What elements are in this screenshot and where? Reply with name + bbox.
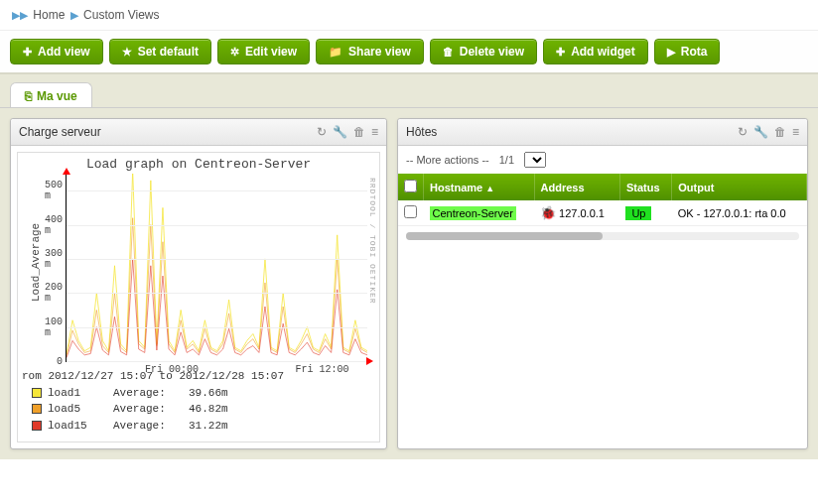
play-icon: ▶ <box>667 46 675 59</box>
host-actions: -- More actions -- 1/1 <box>398 146 807 174</box>
chevron-icon: ▶▶ <box>12 9 28 21</box>
widget-title: Charge serveur <box>19 125 101 139</box>
col-hostname[interactable]: Hostname▲ <box>424 174 535 200</box>
status-badge: Up <box>625 206 651 220</box>
trash-icon[interactable]: 🗑 <box>774 125 786 139</box>
pin-icon: ⎘ <box>25 89 32 103</box>
refresh-icon[interactable]: ↻ <box>738 125 748 139</box>
tab-label: Ma vue <box>37 89 77 103</box>
widget-hosts: Hôtes ↻ 🔧 🗑 ≡ -- More actions -- 1/1 Hos… <box>397 118 808 449</box>
legend-name: load5 <box>48 401 107 418</box>
breadcrumb-home[interactable]: Home <box>33 8 65 22</box>
legend-row: load5Average:46.82m <box>22 401 375 418</box>
legend-swatch <box>32 421 42 431</box>
edit-view-button[interactable]: ✲Edit view <box>217 39 310 64</box>
load-chart: Load graph on Centreon-Server Load_Avera… <box>17 152 380 442</box>
gear-icon: ✲ <box>230 46 239 59</box>
share-view-button[interactable]: 📁Share view <box>316 39 424 64</box>
wrench-icon[interactable]: 🔧 <box>333 125 347 139</box>
star-icon: ★ <box>122 46 132 59</box>
plus-icon: ✚ <box>556 46 565 59</box>
legend-swatch <box>32 388 42 398</box>
legend-avg-value: 46.82m <box>189 401 228 418</box>
chart-credit: RRDTOOL / TOBI OETIKER <box>368 178 377 305</box>
btn-label: Rota <box>681 45 708 59</box>
bug-icon[interactable]: 🐞 <box>540 205 556 220</box>
col-output[interactable]: Output <box>672 174 807 200</box>
chart-ylabel: Load_Average <box>30 223 42 302</box>
widget-charge-serveur: Charge serveur ↻ 🔧 🗑 ≡ Load graph on Cen… <box>10 118 387 449</box>
legend-name: load1 <box>48 385 107 402</box>
set-default-button[interactable]: ★Set default <box>109 39 211 64</box>
address-cell: 127.0.0.1 <box>559 207 605 219</box>
select-all-checkbox[interactable] <box>404 180 417 192</box>
legend-avg-value: 39.66m <box>189 385 228 402</box>
legend-row: load15Average:31.22m <box>22 418 375 435</box>
sort-asc-icon: ▲ <box>485 184 494 193</box>
trash-icon: 🗑 <box>443 46 454 58</box>
chart-plot: 0100 m200 m300 m400 m500 mFri 00:00Fri 1… <box>66 174 367 362</box>
legend-swatch <box>32 404 42 414</box>
legend-avg-label: Average: <box>113 385 183 402</box>
btn-label: Add widget <box>571 45 635 59</box>
chart-title: Load graph on Centreon-Server <box>18 153 379 174</box>
hostname-cell[interactable]: Centreon-Server <box>430 206 516 220</box>
widget-header: Hôtes ↻ 🔧 🗑 ≡ <box>398 119 807 146</box>
wrench-icon[interactable]: 🔧 <box>753 125 768 139</box>
btn-label: Edit view <box>245 45 297 59</box>
breadcrumb-current[interactable]: Custom Views <box>83 8 159 22</box>
btn-label: Add view <box>38 45 90 59</box>
legend-name: load15 <box>48 418 107 435</box>
toolbar: ✚Add view ★Set default ✲Edit view 📁Share… <box>0 31 818 74</box>
pagination-label: 1/1 <box>499 154 514 166</box>
btn-label: Set default <box>138 45 199 59</box>
output-cell: OK - 127.0.0.1: rta 0.0 <box>672 200 807 226</box>
widget-title: Hôtes <box>406 125 437 139</box>
tab-ma-vue[interactable]: ⎘ Ma vue <box>10 82 92 107</box>
col-address[interactable]: Address <box>534 174 619 200</box>
table-row: Centreon-Server🐞 127.0.0.1UpOK - 127.0.0… <box>398 200 807 226</box>
menu-icon[interactable]: ≡ <box>371 125 378 139</box>
btn-label: Delete view <box>460 45 524 59</box>
folder-icon: 📁 <box>329 46 342 59</box>
legend-row: load1Average:39.66m <box>22 385 375 402</box>
refresh-icon[interactable]: ↻ <box>317 125 327 139</box>
page-select[interactable] <box>524 152 546 168</box>
more-actions-label: -- More actions -- <box>406 154 489 166</box>
delete-view-button[interactable]: 🗑Delete view <box>430 39 537 64</box>
horizontal-scrollbar[interactable] <box>406 232 799 240</box>
rotation-button[interactable]: ▶Rota <box>654 39 721 64</box>
trash-icon[interactable]: 🗑 <box>353 125 365 139</box>
chevron-icon: ▶ <box>70 9 78 21</box>
add-widget-button[interactable]: ✚Add widget <box>543 39 648 64</box>
widget-header: Charge serveur ↻ 🔧 🗑 ≡ <box>11 119 386 146</box>
legend-avg-label: Average: <box>113 401 183 418</box>
row-checkbox[interactable] <box>404 205 417 218</box>
menu-icon[interactable]: ≡ <box>792 125 799 139</box>
tab-strip: ⎘ Ma vue <box>0 74 818 108</box>
add-view-button[interactable]: ✚Add view <box>10 39 103 64</box>
btn-label: Share view <box>348 45 411 59</box>
breadcrumb: ▶▶ Home ▶ Custom Views <box>0 0 818 31</box>
legend-avg-label: Average: <box>113 418 183 435</box>
plus-icon: ✚ <box>23 46 32 59</box>
hosts-table: Hostname▲ Address Status Output Centreon… <box>398 174 807 226</box>
table-header-row: Hostname▲ Address Status Output <box>398 174 807 200</box>
legend-avg-value: 31.22m <box>189 418 228 435</box>
content: Charge serveur ↻ 🔧 🗑 ≡ Load graph on Cen… <box>0 108 818 459</box>
col-status[interactable]: Status <box>619 174 671 200</box>
